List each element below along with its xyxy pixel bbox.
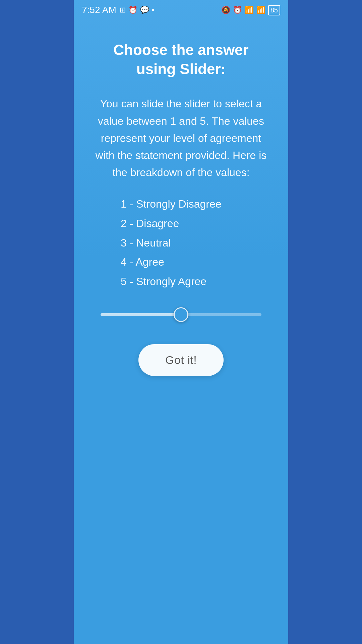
alarm-clock-icon: ⏰ [128, 6, 137, 14]
got-it-button[interactable]: Got it! [138, 344, 224, 376]
list-item: 1 - Strongly Disagree [121, 195, 222, 214]
battery-level: 85 [270, 6, 278, 14]
list-item: 5 - Strongly Agree [121, 272, 222, 291]
description-text: You can slide the slider to select a val… [94, 95, 268, 181]
signal-icon: 📶 [256, 6, 265, 14]
alarm-icon: ⏰ [233, 6, 242, 14]
status-time: 7:52 AM [82, 5, 116, 15]
answer-slider[interactable] [101, 313, 261, 316]
scale-values-list: 1 - Strongly Disagree 2 - Disagree 3 - N… [94, 195, 222, 291]
main-content: Choose the answer using Slider: You can … [74, 20, 288, 644]
phone-screen: 7:52 AM ⊞ ⏰ 💬 • 🔕 ⏰ 📶 📶 85 Choose the an… [74, 0, 288, 644]
dot-icon: • [152, 6, 155, 14]
chat-icon: 💬 [140, 6, 149, 14]
page-title: Choose the answer using Slider: [94, 40, 268, 78]
list-item: 4 - Agree [121, 253, 222, 272]
notification-bell-icon: 🔕 [221, 6, 230, 14]
status-right: 🔕 ⏰ 📶 📶 85 [221, 5, 280, 15]
status-bar: 7:52 AM ⊞ ⏰ 💬 • 🔕 ⏰ 📶 📶 85 [74, 0, 288, 20]
wifi-icon: 📶 [245, 6, 254, 14]
status-icons-left: ⊞ ⏰ 💬 • [120, 6, 155, 14]
list-item: 2 - Disagree [121, 214, 222, 233]
status-left: 7:52 AM ⊞ ⏰ 💬 • [82, 5, 154, 15]
slider-container [94, 311, 268, 317]
list-item: 3 - Neutral [121, 233, 222, 253]
battery-indicator: 85 [268, 5, 280, 15]
game-controller-icon: ⊞ [120, 6, 126, 14]
